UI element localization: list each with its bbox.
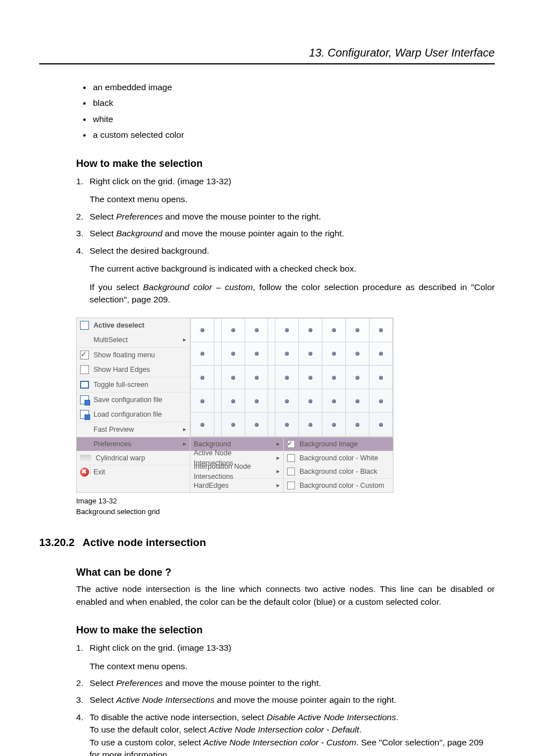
step-text: and move the mouse pointer to the right. [163, 212, 321, 221]
menu-item-active-deselect[interactable]: Active deselect [77, 318, 190, 333]
node-dot-icon[interactable] [200, 328, 204, 332]
checkbox-icon [287, 468, 295, 475]
step-italic: Preferences [116, 678, 163, 688]
menu-label: MultiSelect [93, 335, 128, 345]
fullscreen-icon [80, 381, 89, 389]
menu-label: Show Hard Edges [93, 365, 150, 375]
context-menu-tail: Preferences▸ Cylindrical warp Exit [77, 437, 190, 492]
chevron-right-icon: ▸ [183, 335, 186, 344]
menu-label: Interpolation Node Intersections [194, 461, 272, 482]
menu-label: Show floating menu [93, 350, 155, 360]
bg-item-image[interactable]: Background image [284, 437, 393, 451]
menu-item-show-floating[interactable]: Show floating menu [77, 347, 190, 362]
step-text: and move the mouse pointer again to the … [214, 695, 396, 704]
chevron-right-icon: ▸ [277, 454, 280, 463]
menu-item-save-config[interactable]: Save configuration file [77, 392, 190, 407]
submenu-row: Preferences▸ Cylindrical warp Exit Backg… [77, 437, 393, 492]
step-text: and move the mouse pointer again to the … [162, 228, 344, 238]
grid-table [190, 318, 393, 437]
menu-label: Fast Preview [93, 424, 134, 435]
content-column: an embedded image black white a custom s… [76, 81, 495, 517]
step-text: To disable the active node intersection,… [90, 712, 266, 722]
step-text: To use the default color, select [90, 725, 209, 734]
step-text: Select [90, 678, 116, 688]
save-icon [80, 395, 89, 404]
caption-line1: Image 13-32 [76, 497, 117, 505]
step: Select Active Node Intersections and mov… [76, 694, 495, 706]
menu-item-show-hard-edges[interactable]: Show Hard Edges [77, 362, 190, 377]
bullet: a custom selected color [76, 129, 495, 141]
step: Right click on the grid. (image 13-33) T… [76, 642, 495, 673]
menu-label: Preferences [93, 439, 131, 449]
checkbox-icon [287, 440, 295, 448]
step-sub: If you select Background color – custom,… [90, 281, 495, 306]
chevron-right-icon: ▸ [277, 467, 280, 476]
step-text: . [396, 712, 398, 722]
step-italic: Disable Active Node Intersections [266, 712, 396, 722]
header-rule [39, 63, 495, 64]
menu-item-toggle-fullscreen[interactable]: Toggle full-screen [77, 377, 190, 392]
menu-label: Background image [299, 439, 358, 449]
bullet: black [76, 97, 495, 109]
preferences-submenu: Background▸ Active Node Intersections▸ I… [190, 437, 284, 492]
figure-caption: Image 13-32 Background selection grid [76, 496, 495, 517]
bg-item-custom[interactable]: Background color - Custom [284, 478, 393, 492]
text: If you select [90, 282, 143, 292]
step-text: Select [90, 228, 116, 238]
menu-label: HardEdges [194, 480, 229, 491]
menu-item-multiselect[interactable]: MultiSelect▸ [77, 333, 190, 347]
menu-label: Active deselect [93, 320, 144, 330]
step: To disable the active node intersection,… [76, 711, 495, 756]
steps-1: Right click on the grid. (image 13-32) T… [76, 175, 495, 306]
context-menu-figure: Active deselect MultiSelect▸ Show floati… [76, 318, 394, 493]
figure-bottom: Preferences▸ Cylindrical warp Exit Backg… [77, 437, 393, 492]
menu-item-fast-preview[interactable]: Fast Preview▸ [77, 422, 190, 437]
background-submenu: Background image Background color - Whit… [284, 437, 393, 492]
step: Select Preferences and move the mouse po… [76, 677, 495, 689]
menu-item-preferences[interactable]: Preferences▸ [77, 437, 190, 451]
menu-label: Cylindrical warp [96, 453, 145, 463]
bg-item-white[interactable]: Background color - White [284, 451, 393, 465]
menu-label: Background color - Black [299, 466, 377, 477]
section-number: 13.20.2 [39, 535, 74, 550]
menu-item-load-config[interactable]: Load configuration file [77, 407, 190, 422]
step-text: . [359, 725, 362, 734]
subheading-what: What can be done ? [76, 565, 495, 580]
content-column-2: What can be done ? The active node inter… [76, 565, 495, 756]
caption-line2: Background selection grid [76, 507, 495, 517]
menu-label: Exit [93, 467, 105, 477]
step-italic: Background [116, 228, 162, 238]
step-text: Right click on the grid. (image 13-33) [90, 643, 231, 652]
running-head: 13. Configurator, Warp User Interface [39, 45, 495, 61]
intro-bullets: an embedded image black white a custom s… [76, 81, 495, 142]
menu-item-exit[interactable]: Exit [77, 465, 190, 479]
subheading-how: How to make the selection [76, 156, 495, 171]
step-sub: The context menu opens. [90, 660, 495, 673]
menu-label: Save configuration file [93, 395, 162, 405]
checkbox-icon [80, 351, 89, 360]
steps-2: Right click on the grid. (image 13-33) T… [76, 642, 495, 756]
chevron-right-icon: ▸ [183, 425, 186, 434]
warp-grid[interactable] [190, 318, 393, 437]
step-text: To use a custom color, select [90, 738, 203, 747]
menu-item-cylindrical-warp[interactable]: Cylindrical warp [77, 451, 190, 465]
cylinder-icon [80, 455, 91, 461]
close-icon [80, 468, 89, 477]
submenu-item-interp-node-int[interactable]: Interpolation Node Intersections▸ [190, 465, 283, 478]
chevron-right-icon: ▸ [183, 440, 186, 449]
step-sub: The current active background is indicat… [90, 263, 495, 275]
step-text: Select [90, 212, 116, 221]
step: Select the desired background. The curre… [76, 245, 495, 306]
chevron-right-icon: ▸ [277, 481, 280, 490]
figure-top: Active deselect MultiSelect▸ Show floati… [77, 318, 393, 437]
menu-label: Background color - Custom [299, 480, 384, 491]
checkbox-icon [80, 365, 89, 374]
section-heading: 13.20.2 Active node intersection [39, 529, 495, 555]
body-text: The active node intersection is the line… [76, 583, 495, 608]
step-text: and move the mouse pointer to the right. [163, 678, 321, 688]
menu-label: Load configuration file [93, 409, 162, 419]
step-italic: Active Node Intersections [116, 695, 214, 704]
bg-item-black[interactable]: Background color - Black [284, 465, 393, 478]
subheading-how-2: How to make the selection [76, 623, 495, 637]
checkbox-icon [287, 482, 295, 489]
